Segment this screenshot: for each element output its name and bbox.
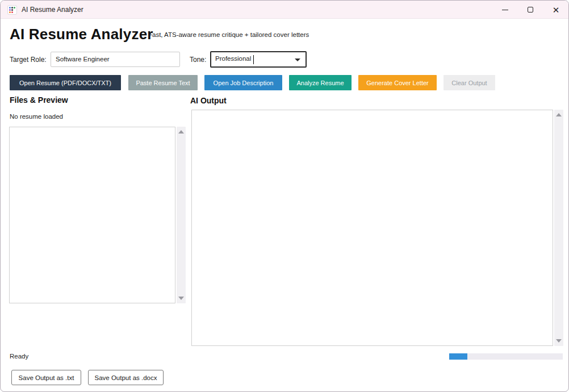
text-caret (253, 55, 254, 64)
app-icon (7, 5, 17, 15)
resume-status-text: No resume loaded (10, 113, 63, 120)
maximize-icon (528, 7, 533, 12)
target-role-label: Target Role: (10, 56, 47, 64)
window-title: AI Resume Analyzer (22, 1, 83, 19)
maximize-button[interactable] (518, 1, 542, 19)
target-role-input[interactable]: Software Engineer (51, 52, 180, 67)
app-window: AI Resume Analyzer ✕ AI Resume Analyzer … (0, 0, 569, 392)
status-text: Ready (10, 353, 28, 360)
analyze-resume-button[interactable]: Analyze Resume (289, 75, 352, 90)
scroll-up-icon[interactable] (178, 130, 184, 134)
save-docx-button[interactable]: Save Output as .docx (88, 370, 164, 385)
progress-fill (449, 353, 467, 360)
progress-bar (449, 353, 563, 360)
save-txt-button[interactable]: Save Output as .txt (11, 370, 81, 385)
minimize-icon (502, 10, 508, 10)
title-bar: AI Resume Analyzer ✕ (1, 1, 568, 19)
close-icon: ✕ (553, 6, 560, 14)
output-scrollbar[interactable] (554, 110, 563, 346)
resume-preview-textarea[interactable] (9, 127, 175, 303)
page-subtitle: Fast, ATS-aware resume critique + tailor… (148, 31, 309, 38)
clear-output-button[interactable]: Clear Output (444, 75, 495, 90)
preview-scrollbar[interactable] (177, 127, 186, 303)
ai-output-textarea[interactable] (191, 110, 553, 346)
minimize-button[interactable] (493, 1, 517, 19)
chevron-down-icon[interactable] (295, 59, 300, 61)
scroll-down-icon[interactable] (178, 297, 184, 300)
scroll-up-icon[interactable] (556, 113, 562, 116)
generate-cover-letter-button[interactable]: Generate Cover Letter (358, 75, 437, 90)
open-job-description-button[interactable]: Open Job Description (204, 75, 282, 90)
scroll-down-icon[interactable] (556, 339, 562, 343)
files-preview-heading: Files & Preview (10, 95, 68, 105)
paste-resume-button[interactable]: Paste Resume Text (128, 75, 198, 90)
open-resume-button[interactable]: Open Resume (PDF/DOCX/TXT) (10, 75, 121, 90)
tone-combobox[interactable]: Professional (210, 51, 307, 68)
ai-output-heading: AI Output (190, 96, 227, 105)
tone-value: Professional (215, 55, 251, 62)
close-button[interactable]: ✕ (544, 1, 568, 19)
page-title: AI Resume Analyzer (10, 26, 153, 43)
tone-label: Tone: (190, 56, 206, 64)
